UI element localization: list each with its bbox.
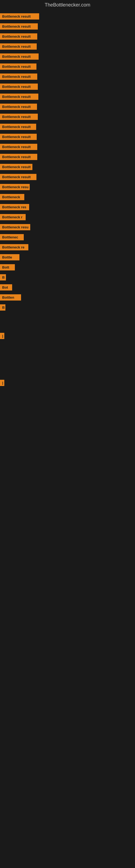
bottleneck-bar: |: [0, 380, 4, 386]
bottleneck-bar: Bottlen: [0, 294, 21, 301]
bar-row: Bottleneck result: [0, 143, 135, 152]
bar-row: |: [0, 379, 135, 388]
bar-row: Bottleneck r: [0, 214, 135, 222]
bottleneck-bar: Bottleneck result: [0, 33, 37, 40]
bars-container: Bottleneck resultBottleneck resultBottle…: [0, 10, 135, 392]
bar-row: Bottleneck result: [0, 13, 135, 21]
bottleneck-bar: |: [0, 333, 4, 339]
bottleneck-bar: Bottleneck result: [0, 164, 32, 170]
bar-row: Bottleneck result: [0, 93, 135, 101]
bottleneck-bar: Bottleneck result: [0, 104, 37, 110]
site-title: TheBottlenecker.com: [0, 0, 135, 10]
bar-row: Bottleneck result: [0, 33, 135, 41]
bottleneck-bar: Bottleneck resu: [0, 224, 30, 230]
bar-row: Bottleneck result: [0, 83, 135, 91]
bottleneck-bar: Bottleneck result: [0, 154, 37, 160]
bar-row: [0, 370, 135, 378]
bottleneck-bar: Bottleneck result: [0, 23, 38, 30]
bar-row: Bottleneck result: [0, 73, 135, 82]
bar-row: Bottlen: [0, 294, 135, 302]
bar-row: Bottleneck result: [0, 153, 135, 162]
bar-row: Bottleneck result: [0, 123, 135, 131]
bar-row: [0, 342, 135, 350]
bar-row: Bottleneck result: [0, 63, 135, 71]
bottleneck-bar: Bottleneck result: [0, 84, 38, 90]
bar-row: Bottleneck resu: [0, 183, 135, 192]
bottleneck-bar: B: [0, 274, 6, 280]
bottleneck-bar: Bottleneck result: [0, 73, 37, 80]
bar-row: B: [0, 304, 135, 312]
bottleneck-bar: Bottleneck result: [0, 114, 38, 120]
bar-row: [0, 351, 135, 359]
bottleneck-bar: Bottleneck res: [0, 204, 29, 210]
bottleneck-bar: Bottleneck result: [0, 13, 39, 20]
bottleneck-bar: Bottle: [0, 254, 19, 260]
bottleneck-bar: Bottlenec: [0, 234, 24, 240]
bottleneck-bar: Bottleneck result: [0, 174, 37, 180]
bar-row: Bottleneck result: [0, 173, 135, 182]
bottleneck-bar: B: [0, 304, 5, 311]
site-title-text: TheBottlenecker.com: [45, 2, 90, 8]
bar-row: [0, 361, 135, 368]
bottleneck-bar: Bott: [0, 264, 15, 271]
bar-row: Bottleneck result: [0, 43, 135, 51]
bar-row: Bottleneck re: [0, 244, 135, 252]
bottleneck-bar: Bottleneck result: [0, 63, 37, 70]
bar-row: B: [0, 274, 135, 282]
bottleneck-bar: Bottleneck r: [0, 214, 26, 220]
bar-row: [0, 314, 135, 321]
bottleneck-bar: Bot: [0, 284, 12, 290]
bar-row: Bottleneck result: [0, 163, 135, 172]
bar-row: Bottleneck: [0, 193, 135, 202]
bottleneck-bar: Bottleneck re: [0, 244, 28, 250]
bar-row: Bottleneck result: [0, 113, 135, 122]
bar-row: [0, 323, 135, 331]
bar-row: Bot: [0, 284, 135, 292]
bar-row: Bottleneck resu: [0, 223, 135, 232]
bar-row: Bottleneck result: [0, 103, 135, 112]
bottleneck-bar: Bottleneck result: [0, 43, 37, 50]
bar-row: Bottlenec: [0, 234, 135, 242]
bottleneck-bar: Bottleneck result: [0, 54, 39, 60]
bar-row: Bott: [0, 264, 135, 272]
bar-row: Bottle: [0, 254, 135, 262]
bottleneck-bar: Bottleneck result: [0, 94, 38, 100]
bottleneck-bar: Bottleneck result: [0, 124, 36, 130]
bottleneck-bar: Bottleneck: [0, 194, 24, 200]
bar-row: Bottleneck result: [0, 53, 135, 61]
bar-row: Bottleneck result: [0, 23, 135, 31]
bottleneck-bar: Bottleneck result: [0, 144, 37, 150]
bottleneck-bar: Bottleneck result: [0, 134, 37, 140]
bar-row: |: [0, 332, 135, 341]
bottleneck-bar: Bottleneck resu: [0, 184, 30, 190]
bar-row: Bottleneck res: [0, 204, 135, 212]
bar-row: Bottleneck result: [0, 133, 135, 142]
